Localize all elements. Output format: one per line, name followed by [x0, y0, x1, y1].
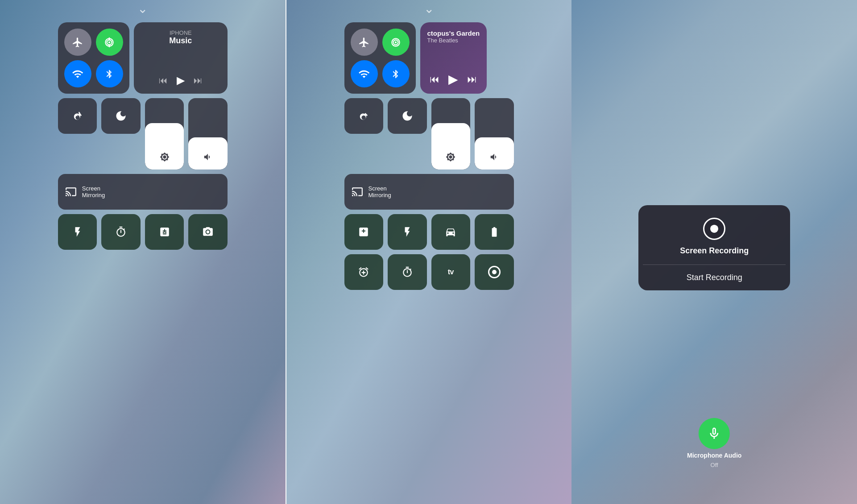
screen-mirroring-row-1: ScreenMirroring	[58, 174, 228, 210]
panel-2: ctopus's Garden The Beatles ⏮ ▶ ⏭	[286, 0, 572, 504]
connectivity-block-2	[344, 22, 416, 94]
appletv-button[interactable]: tv	[431, 254, 471, 290]
music-controls-1: ⏮ ▶ ⏭	[141, 74, 220, 87]
music-song-label: ctopus's Garden	[427, 29, 480, 37]
wifi-button-2[interactable]	[351, 60, 378, 87]
timer-button-2[interactable]	[388, 254, 427, 290]
screen-record-icon	[703, 218, 725, 240]
music-block-1[interactable]: IPHONE Music ⏮ ▶ ⏭	[134, 22, 228, 94]
bottom-row-2a	[344, 214, 514, 250]
connectivity-block-1	[58, 22, 129, 94]
prev-button[interactable]: ⏮	[159, 75, 168, 86]
control-center-2: ctopus's Garden The Beatles ⏮ ▶ ⏭	[344, 22, 514, 290]
bottom-row-1	[58, 214, 228, 250]
play-button[interactable]: ▶	[177, 74, 185, 87]
start-recording-button[interactable]: Start Recording	[638, 265, 790, 290]
chevron-handle-1[interactable]	[134, 5, 152, 12]
do-not-disturb-button[interactable]	[101, 98, 141, 134]
battery-button[interactable]	[475, 214, 514, 250]
rotation-lock-button-2[interactable]	[344, 98, 384, 134]
prev-button-2[interactable]: ⏮	[430, 74, 439, 85]
airplane-mode-button[interactable]	[64, 29, 91, 56]
rotation-lock-button[interactable]	[58, 98, 97, 134]
control-center-1: IPHONE Music ⏮ ▶ ⏭	[58, 22, 228, 250]
bluetooth-button-2[interactable]	[382, 60, 410, 87]
play-button-2[interactable]: ▶	[448, 72, 458, 87]
volume-slider-2[interactable]	[475, 98, 514, 169]
top-row-2: ctopus's Garden The Beatles ⏮ ▶ ⏭	[344, 22, 514, 94]
microphone-status: Off	[711, 462, 718, 468]
music-title-label: Music	[141, 36, 220, 45]
music-artist-label: The Beatles	[427, 37, 480, 44]
microphone-audio-popup: Microphone Audio Off	[687, 418, 741, 468]
carplay-button[interactable]	[431, 214, 471, 250]
panel-3: Screen Recording Start Recording Microph…	[571, 0, 857, 504]
panel-1: IPHONE Music ⏮ ▶ ⏭	[0, 0, 286, 504]
cellular-button[interactable]	[96, 29, 123, 56]
top-row-1: IPHONE Music ⏮ ▶ ⏭	[58, 22, 228, 94]
screen-mirroring-label-2: ScreenMirroring	[368, 185, 391, 198]
chevron-handle-2[interactable]	[420, 5, 438, 12]
middle-row-1	[58, 98, 228, 169]
microphone-label: Microphone Audio	[687, 452, 741, 459]
music-controls-2: ⏮ ▶ ⏭	[427, 72, 480, 87]
wifi-button[interactable]	[64, 60, 91, 87]
timer-button[interactable]	[101, 214, 141, 250]
screen-recording-title: Screen Recording	[680, 246, 749, 256]
flashlight-button[interactable]	[58, 214, 97, 250]
screen-record-button[interactable]	[475, 254, 514, 290]
alarm-button[interactable]	[344, 254, 384, 290]
do-not-disturb-button-2[interactable]	[388, 98, 427, 134]
svg-point-5	[395, 41, 397, 43]
screen-mirroring-button-2[interactable]: ScreenMirroring	[344, 174, 514, 210]
bluetooth-button[interactable]	[96, 60, 123, 87]
next-button[interactable]: ⏭	[194, 75, 203, 86]
calculator-button-2[interactable]	[344, 214, 384, 250]
music-block-2[interactable]: ctopus's Garden The Beatles ⏮ ▶ ⏭	[420, 22, 487, 94]
camera-button[interactable]	[188, 214, 228, 250]
flashlight-button-2[interactable]	[388, 214, 427, 250]
calculator-button[interactable]	[145, 214, 184, 250]
cellular-button-2[interactable]	[382, 29, 410, 56]
screen-record-inner-dot	[710, 225, 718, 233]
volume-slider[interactable]	[188, 98, 228, 169]
airplane-mode-button-2[interactable]	[351, 29, 378, 56]
screen-mirroring-button[interactable]: ScreenMirroring	[58, 174, 228, 210]
microphone-button[interactable]	[699, 418, 730, 449]
screen-mirroring-row-2: ScreenMirroring	[344, 174, 514, 210]
sr-top-section: Screen Recording	[638, 205, 790, 264]
screen-recording-popup: Screen Recording Start Recording	[638, 205, 790, 290]
appletv-label: tv	[448, 268, 454, 276]
music-source-label: IPHONE	[141, 29, 220, 36]
brightness-slider-2[interactable]	[431, 98, 471, 169]
screen-mirroring-label: ScreenMirroring	[82, 185, 105, 198]
next-button-2[interactable]: ⏭	[467, 74, 477, 85]
middle-row-2	[344, 98, 514, 169]
bottom-row-2b: tv	[344, 254, 514, 290]
svg-point-2	[108, 41, 110, 43]
brightness-slider[interactable]	[145, 98, 184, 169]
